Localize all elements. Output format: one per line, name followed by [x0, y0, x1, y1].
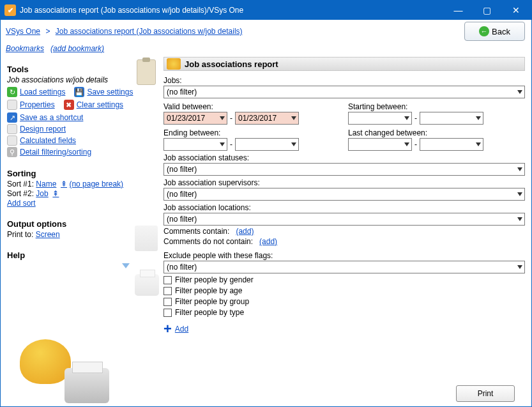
load-icon: ↻	[7, 87, 17, 97]
breadcrumb-current[interactable]: Job associations report (Job association…	[56, 27, 243, 36]
sort1-prefix: Sort #1:	[7, 180, 36, 188]
filter-gender-label: Filter people by gender	[175, 275, 254, 284]
exclude-value: (no filter)	[167, 263, 197, 272]
jobs-label: Jobs:	[163, 76, 525, 85]
footer: Print	[163, 381, 525, 406]
sort2-up-icon[interactable]: ⇞	[52, 189, 59, 198]
clear-icon: ✖	[64, 100, 74, 110]
comments-not-contain-label: Comments do not contain:	[163, 237, 253, 246]
starting-between-label: Starting between:	[348, 102, 525, 111]
statuses-value: (no filter)	[167, 165, 197, 174]
design-report-link[interactable]: Design report	[20, 125, 66, 134]
starting-to-date[interactable]	[420, 112, 483, 125]
valid-from-date[interactable]: 01/23/2017	[163, 112, 227, 125]
window-title: Job associations report (Job association…	[20, 6, 444, 15]
valid-from-value: 01/23/2017	[167, 114, 206, 123]
ending-to-date[interactable]	[235, 138, 299, 151]
locations-value: (no filter)	[167, 215, 197, 224]
filter-gender-checkbox[interactable]	[163, 276, 172, 284]
back-arrow-icon: ←	[479, 26, 489, 36]
last-changed-from-date[interactable]	[348, 138, 412, 151]
filter-group-label: Filter people by group	[175, 297, 249, 306]
titlebar: ✔ Job associations report (Job associati…	[1, 1, 531, 20]
ending-from-date[interactable]	[163, 138, 227, 151]
panel-header: Job associations report	[163, 57, 525, 71]
bookmarks-link[interactable]: Bookmarks	[6, 44, 44, 53]
locations-select[interactable]: (no filter)	[163, 213, 525, 226]
sort1-up-icon[interactable]: ⇞	[61, 180, 67, 188]
filter-icon: ⚲	[7, 147, 17, 157]
sort-1: Sort #1: Name ⇞ (no page break)	[7, 180, 160, 188]
filter-group-checkbox[interactable]	[163, 298, 172, 306]
last-changed-label: Last changed between:	[348, 128, 525, 137]
sort-2: Sort #2: Job ⇞	[7, 189, 160, 198]
printer-watermark-icon	[135, 274, 159, 296]
statuses-select[interactable]: (no filter)	[163, 163, 525, 176]
sort1-pagebreak[interactable]: (no page break)	[69, 180, 123, 188]
jobs-value: (no filter)	[167, 88, 197, 96]
calc-icon	[7, 135, 17, 146]
valid-to-date[interactable]: 01/23/2017	[235, 112, 299, 125]
breadcrumb-sep: >	[45, 27, 50, 36]
print-to-value[interactable]: Screen	[36, 230, 60, 239]
top-row: VSys One > Job associations report (Job …	[1, 20, 531, 43]
breadcrumb-root[interactable]: VSys One	[6, 27, 40, 36]
sort1-field[interactable]: Name	[36, 180, 56, 188]
comments-not-contain-add[interactable]: (add)	[259, 237, 277, 246]
filter-age-checkbox[interactable]	[163, 287, 172, 295]
shortcut-icon: ↗	[7, 112, 17, 123]
properties-link[interactable]: Properties	[20, 100, 55, 109]
clear-settings-link[interactable]: Clear settings	[77, 100, 123, 109]
sidebar: Tools Job associations w/job details ↻Lo…	[1, 57, 163, 406]
save-icon: 💾	[74, 87, 84, 97]
close-button[interactable]: ✕	[501, 1, 530, 19]
add-bookmark-link[interactable]: (add bookmark)	[50, 44, 104, 53]
exclude-flags-select[interactable]: (no filter)	[163, 261, 525, 273]
supervisors-select[interactable]: (no filter)	[163, 188, 525, 201]
sort2-prefix: Sort #2:	[7, 189, 36, 198]
valid-between-label: Valid between:	[163, 102, 340, 111]
back-button[interactable]: ← Back	[464, 22, 525, 41]
design-icon	[7, 124, 17, 134]
sorting-heading: Sorting	[7, 169, 160, 178]
filter-age-label: Filter people by age	[175, 286, 242, 295]
help-heading: Help	[7, 250, 160, 260]
add-sort-link[interactable]: Add sort	[7, 199, 36, 208]
app-icon: ✔	[4, 4, 16, 16]
filter-type-checkbox[interactable]	[163, 309, 172, 317]
supervisors-label: Job association supervisors:	[163, 178, 525, 187]
main-panel: Job associations report Jobs: (no filter…	[163, 57, 531, 406]
bookmarks-row: Bookmarks (add bookmark)	[1, 43, 531, 57]
starting-from-date[interactable]	[348, 112, 412, 125]
report-header-icon	[167, 58, 181, 70]
valid-to-value: 01/23/2017	[238, 114, 278, 123]
calculated-fields-link[interactable]: Calculated fields	[20, 136, 76, 145]
save-settings-link[interactable]: Save settings	[87, 88, 133, 96]
dash: -	[230, 114, 232, 123]
properties-icon	[7, 100, 17, 110]
sort2-field[interactable]: Job	[36, 189, 48, 198]
ending-between-label: Ending between:	[163, 128, 340, 137]
help-chevron-icon[interactable]	[122, 263, 130, 268]
minimize-button[interactable]: —	[444, 1, 473, 19]
print-to-prefix: Print to:	[7, 230, 36, 239]
panel-title: Job associations report	[185, 59, 278, 69]
detail-filtering-link[interactable]: Detail filtering/sorting	[20, 148, 91, 157]
comments-contain-add[interactable]: (add)	[236, 227, 254, 236]
last-changed-to-date[interactable]	[420, 138, 483, 151]
maximize-button[interactable]: ▢	[473, 1, 501, 19]
clipboard-icon	[137, 59, 156, 85]
statuses-label: Job association statuses:	[163, 153, 525, 162]
jobs-select[interactable]: (no filter)	[163, 86, 525, 98]
add-filter-link[interactable]: Add	[175, 325, 188, 334]
print-button[interactable]: Print	[456, 385, 515, 402]
back-label: Back	[492, 27, 510, 36]
save-shortcut-link[interactable]: Save as a shortcut	[20, 113, 83, 122]
locations-label: Job association locations:	[163, 203, 525, 212]
load-settings-link[interactable]: Load settings	[20, 88, 65, 96]
filter-type-label: Filter people by type	[175, 308, 244, 317]
calendar-watermark-icon	[135, 226, 158, 251]
plus-icon: +	[163, 323, 172, 335]
report-art-icon	[20, 333, 109, 403]
comments-contain-label: Comments contain:	[163, 227, 229, 236]
